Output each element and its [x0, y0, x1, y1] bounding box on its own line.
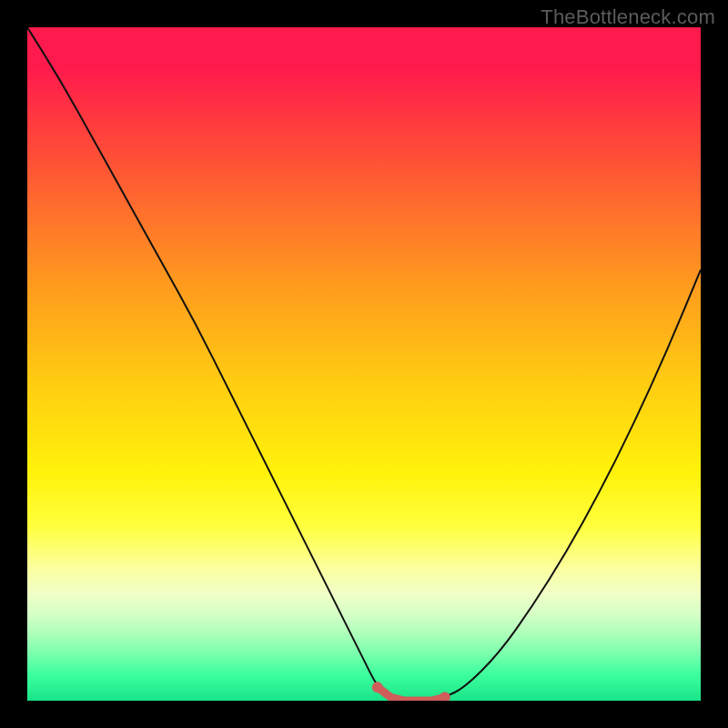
flat-region-end-dot [440, 692, 450, 701]
plot-frame [27, 27, 701, 701]
flat-region-start-dot [372, 682, 383, 693]
flat-region-highlight [378, 687, 445, 701]
chart-svg [27, 27, 701, 701]
bottleneck-curve [27, 27, 701, 701]
watermark-text: TheBottleneck.com [541, 5, 715, 29]
